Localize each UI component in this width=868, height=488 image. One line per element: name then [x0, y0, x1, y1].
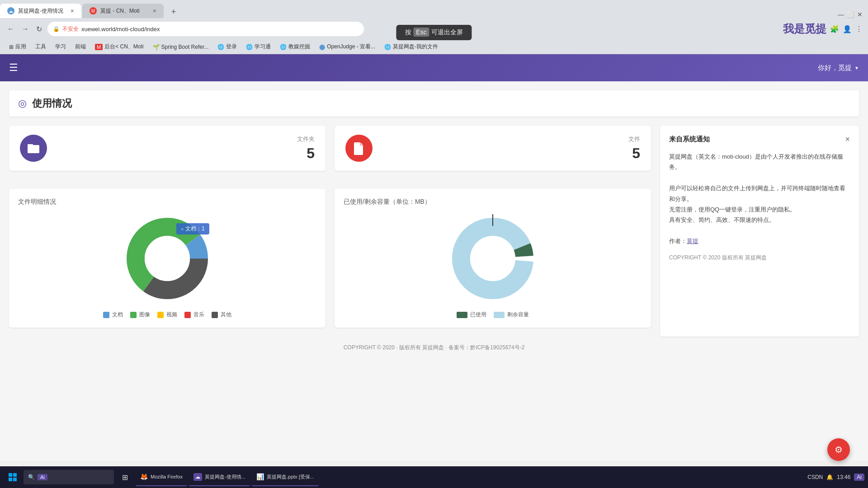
maximize-button[interactable]: ⬜ [847, 11, 854, 18]
file-label: 文件 [380, 135, 640, 143]
bookmark-login[interactable]: 🌐 登录 [214, 42, 241, 52]
legend-video: 视频 [157, 311, 177, 319]
address-text: xuewei.world/moti-cloud/index [81, 26, 359, 33]
address-bar[interactable]: 🔒 不安全 xuewei.world/moti-cloud/index [47, 22, 364, 36]
login-favicon: 🌐 [217, 44, 224, 50]
tab-title-active: 莫提网盘-使用情况 [18, 7, 67, 15]
file-icon [345, 135, 373, 162]
stat-cards-row: 文件夹 5 [9, 126, 651, 171]
legend-used-dot [457, 312, 467, 318]
esc-tooltip: 按 Esc 可退出全屏 [396, 25, 472, 40]
bookmark-backend[interactable]: M 后台< CN、Moti [91, 42, 147, 52]
lock-icon: 🔒 [53, 26, 60, 32]
esc-key: Esc [413, 28, 429, 37]
notification-body: 莫提网盘（英文名：moti-cloud）是由个人开发者推出的在线存储服务。 用户… [669, 151, 850, 247]
legend-music-label: 音乐 [193, 311, 204, 319]
backend-favicon: M [95, 44, 103, 50]
tab-favicon: ☁ [7, 7, 14, 14]
page-title-row: ◎ 使用情况 [9, 90, 859, 117]
page-title: 使用情况 [32, 97, 72, 110]
notification-header: 来自系统通知 × [669, 135, 850, 144]
notif-line-1: 莫提网盘（英文名：moti-cloud）是由个人开发者推出的在线存储服务。 [669, 151, 850, 173]
tab-close-active[interactable]: × [71, 7, 74, 14]
bookmark-media[interactable]: 🌐 教媒挖掘 [276, 42, 314, 52]
legend-image-label: 图像 [139, 311, 150, 319]
notification-copyright: COPYRIGHT © 2020 版权所有 莫提网盘 [669, 254, 850, 262]
forward-button[interactable]: → [20, 23, 31, 35]
notif-line-3: 无需注册，使用QQ一键登录，注重用户的隐私。 [669, 204, 850, 215]
spring-favicon: 🌱 [153, 44, 160, 50]
legend-other: 其他 [212, 311, 231, 319]
legend-image-dot [130, 312, 137, 318]
notification-panel: 来自系统通知 × 莫提网盘（英文名：moti-cloud）是由个人开发者推出的在… [660, 126, 859, 337]
folder-stat-info: 文件夹 5 [54, 135, 315, 162]
bookmark-spring[interactable]: 🌱 Spring Boot Refer... [149, 43, 212, 51]
apps-grid-icon: ⊞ [9, 44, 14, 50]
xuetang-favicon: 🌐 [246, 44, 253, 50]
legend-other-label: 其他 [221, 311, 231, 319]
file-stat-info: 文件 5 [380, 135, 640, 162]
file-detail-chart-container: 文档：1 文档 [18, 213, 316, 319]
legend-remaining-label: 剩余容量 [507, 311, 529, 319]
file-detail-chart-card: 文件明细情况 [9, 189, 326, 328]
openjudge-favicon: ⬤ [319, 44, 325, 50]
svg-point-5 [145, 236, 190, 281]
storage-chart-title: 已使用/剩余容量（单位：MB） [344, 198, 642, 206]
file-detail-legend: 文档 图像 视频 [103, 311, 231, 319]
app-container: ☰ 你好，觅提 ◎ 使用情况 [0, 54, 868, 461]
back-button[interactable]: ← [5, 23, 16, 35]
page-content: ◎ 使用情况 [0, 81, 868, 461]
minimize-button[interactable]: — [838, 11, 844, 18]
legend-remaining: 剩余容量 [494, 311, 529, 319]
close-button[interactable]: ✕ [857, 11, 863, 18]
legend-image: 图像 [130, 311, 150, 319]
menu-icon[interactable]: ⋮ [855, 25, 863, 33]
folder-value: 5 [54, 145, 315, 162]
left-column: 文件夹 5 [9, 126, 651, 337]
refresh-button[interactable]: ↻ [34, 23, 44, 35]
bookmark-apps[interactable]: ⊞ 应用 [5, 42, 30, 52]
legend-video-dot [157, 312, 164, 318]
media-favicon: 🌐 [280, 44, 287, 50]
notif-line-2: 用户可以轻松将自己的文件上传到网盘上，并可跨终端随时随地查看和分享。 [669, 183, 850, 204]
file-detail-chart-title: 文件明细情况 [18, 198, 316, 206]
legend-doc-label: 文档 [112, 311, 123, 319]
bookmark-openjudge[interactable]: ⬤ OpenJudge - 宣看... [316, 42, 379, 52]
extensions-icon[interactable]: 🧩 [830, 25, 839, 33]
new-tab-button[interactable]: + [167, 5, 180, 18]
svg-point-8 [470, 236, 515, 281]
bookmark-myfiles[interactable]: 🌐 莫提网盘-我的文件 [381, 42, 442, 52]
legend-music: 音乐 [184, 311, 204, 319]
author-link[interactable]: 莫提 [687, 238, 698, 244]
legend-doc-dot [103, 312, 109, 318]
folder-icon [20, 135, 47, 162]
user-greeting[interactable]: 你好，觅提 [818, 64, 859, 72]
notification-title: 来自系统通知 [669, 135, 710, 144]
account-icon[interactable]: 👤 [843, 25, 852, 33]
file-detail-donut: 文档：1 [122, 213, 212, 304]
bookmark-frontend[interactable]: 前端 [71, 42, 90, 52]
bookmark-study[interactable]: 学习 [52, 42, 70, 52]
legend-used: 已使用 [457, 311, 486, 319]
tab-active[interactable]: ☁ 莫提网盘-使用情况 × [0, 4, 81, 18]
tab-inactive[interactable]: M 莫提 - CN、Moti × [82, 4, 164, 18]
legend-used-label: 已使用 [470, 311, 486, 319]
main-area: 文件夹 5 [9, 126, 859, 337]
file-value: 5 [380, 145, 640, 162]
notif-line-4: 具有安全、简约、高效、不限速的特点。 [669, 215, 850, 225]
notification-close-button[interactable]: × [845, 135, 850, 144]
bookmark-xuetang[interactable]: 🌐 学习通 [242, 42, 274, 52]
fab-settings[interactable]: ⚙ [827, 438, 850, 461]
bookmarks-bar: ⊞ 应用 工具 学习 前端 M 后台< CN、Moti 🌱 Spring Boo… [0, 40, 868, 54]
storage-chart-container: 已使用 剩余容量 [344, 213, 642, 319]
bookmark-tools[interactable]: 工具 [32, 42, 50, 52]
myfiles-favicon: 🌐 [384, 44, 391, 50]
hamburger-menu[interactable]: ☰ [9, 62, 18, 74]
app-header: ☰ 你好，觅提 [0, 54, 868, 81]
storage-chart-card: 已使用/剩余容量（单位：MB） [335, 189, 651, 328]
tab-title-inactive: 莫提 - CN、Moti [100, 7, 149, 15]
browser-header-icons: 我是觅提 🧩 👤 ⋮ [783, 22, 863, 36]
tab-close-inactive[interactable]: × [153, 7, 156, 14]
legend-music-dot [184, 312, 191, 318]
usage-icon: ◎ [18, 98, 27, 109]
